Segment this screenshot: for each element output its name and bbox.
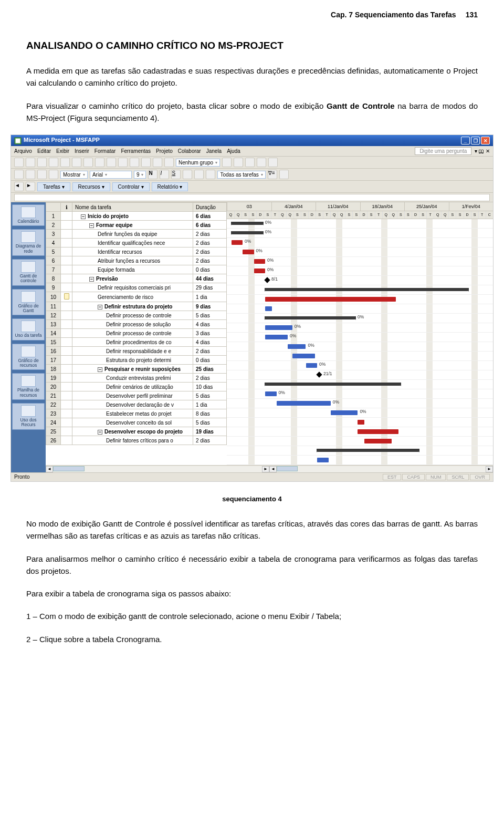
- back-icon[interactable]: ◄: [14, 182, 24, 191]
- row-duration[interactable]: 2 dias: [193, 374, 227, 383]
- table-row[interactable]: 13Definir processo de solução4 dias: [46, 320, 227, 329]
- info-icon[interactable]: [164, 158, 174, 167]
- row-name[interactable]: −Pesquisar e reunir suposições: [72, 365, 193, 374]
- row-id[interactable]: 23: [46, 409, 61, 418]
- row-name[interactable]: Identificar recursos: [72, 247, 193, 256]
- table-row[interactable]: 7Equipe formada0 dias: [46, 265, 227, 274]
- row-id[interactable]: 25: [46, 427, 61, 436]
- print-icon[interactable]: [49, 158, 58, 167]
- table-row[interactable]: 4Identificar qualificações nece2 dias: [46, 239, 227, 247]
- row-id[interactable]: 18: [46, 365, 61, 374]
- table-row[interactable]: 19Conduzir entrevistas prelimi2 dias: [46, 374, 227, 383]
- row-id[interactable]: 17: [46, 356, 61, 365]
- viewbar-gráfico-de-gantt[interactable]: Gráfico de Gantt: [12, 289, 45, 316]
- table-row[interactable]: 8−Previsão44 dias: [46, 274, 227, 283]
- row-duration[interactable]: 9 dias: [193, 302, 227, 311]
- row-name[interactable]: Identificar qualificações nece: [72, 239, 193, 247]
- toggle-icon[interactable]: −: [98, 305, 102, 309]
- toggle-icon[interactable]: −: [98, 367, 102, 372]
- row-id[interactable]: 8: [46, 274, 61, 283]
- guide-tab-recursos[interactable]: Recursos ▾: [72, 182, 110, 191]
- menu-ajuda[interactable]: Ajuda: [227, 148, 240, 154]
- toggle-icon[interactable]: −: [89, 223, 94, 228]
- table-row[interactable]: 14Definir processo de controle3 dias: [46, 329, 227, 338]
- align-left-icon[interactable]: [183, 170, 192, 179]
- viewbar-uso-dos-recurs[interactable]: Uso dos Recurs: [12, 403, 45, 430]
- cut-icon[interactable]: [83, 158, 93, 167]
- row-name[interactable]: Estrutura do projeto determi: [72, 356, 193, 365]
- menu-inserir[interactable]: Inserir: [75, 148, 89, 154]
- table-row[interactable]: 16Definir responsabilidade e e2 dias: [46, 347, 227, 356]
- row-name[interactable]: Definir requisitos comerciais pri: [72, 283, 193, 292]
- underline-icon[interactable]: S: [171, 170, 181, 179]
- row-id[interactable]: 1: [46, 212, 61, 221]
- row-duration[interactable]: 6 dias: [193, 221, 227, 230]
- row-duration[interactable]: 8 dias: [193, 409, 227, 418]
- row-id[interactable]: 5: [46, 247, 61, 256]
- row-name[interactable]: −Definir estrutura do projeto: [72, 302, 193, 311]
- menu-editar[interactable]: Editar: [37, 148, 51, 154]
- row-duration[interactable]: 0 dias: [193, 265, 227, 274]
- row-name[interactable]: Equipe formada: [72, 265, 193, 274]
- scroll-track-left[interactable]: [53, 466, 262, 472]
- table-row[interactable]: 15Definir procedimentos de co4 dias: [46, 338, 227, 347]
- row-id[interactable]: 2: [46, 221, 61, 230]
- viewbar-planilha-de-recursos[interactable]: Planilha de recursos: [12, 373, 45, 400]
- table-row[interactable]: 6Atribuir funções a recursos2 dias: [46, 256, 227, 265]
- horizontal-scrollbar[interactable]: ◄ ► ◄ ►: [46, 465, 493, 472]
- viewbar-diagrama-de-rede[interactable]: Diagrama de rede: [12, 229, 45, 256]
- row-duration[interactable]: 2 dias: [193, 256, 227, 265]
- row-duration[interactable]: 1 dia: [193, 400, 227, 409]
- scroll-left-icon-2[interactable]: ◄: [269, 466, 277, 472]
- table-row[interactable]: 23Estabelecer metas do projet8 dias: [46, 409, 227, 418]
- table-row[interactable]: 25−Desenvolver escopo do projeto19 dias: [46, 427, 227, 436]
- row-name[interactable]: Desenvolver conceito da sol: [72, 418, 193, 427]
- row-id[interactable]: 19: [46, 374, 61, 383]
- row-id[interactable]: 12: [46, 311, 61, 320]
- wizard-icon[interactable]: [257, 158, 266, 167]
- row-id[interactable]: 11: [46, 302, 61, 311]
- maximize-button[interactable]: ❐: [471, 137, 480, 145]
- row-name[interactable]: −Previsão: [72, 274, 193, 283]
- row-duration[interactable]: 5 dias: [193, 391, 227, 400]
- row-name[interactable]: Definir funções da equipe: [72, 230, 193, 239]
- split-icon[interactable]: [153, 158, 162, 167]
- row-id[interactable]: 24: [46, 418, 61, 427]
- row-duration[interactable]: 6 dias: [193, 212, 227, 221]
- row-duration[interactable]: 5 dias: [193, 311, 227, 320]
- menu-exibir[interactable]: Exibir: [56, 148, 69, 154]
- preview-icon[interactable]: [60, 158, 70, 167]
- row-duration[interactable]: 2 dias: [193, 230, 227, 239]
- bold-icon[interactable]: N: [148, 170, 158, 179]
- row-duration[interactable]: 4 dias: [193, 320, 227, 329]
- row-id[interactable]: 26: [46, 436, 61, 445]
- table-row[interactable]: 2−Formar equipe6 dias: [46, 221, 227, 230]
- paste-icon[interactable]: [107, 158, 116, 167]
- undo-icon[interactable]: [118, 158, 128, 167]
- row-id[interactable]: 15: [46, 338, 61, 347]
- table-row[interactable]: 22Desenvolver declaração de v1 dia: [46, 400, 227, 409]
- indent-icon[interactable]: [26, 170, 35, 179]
- row-id[interactable]: 20: [46, 383, 61, 391]
- menu-janela[interactable]: Janela: [206, 148, 222, 154]
- col-id[interactable]: [46, 203, 61, 212]
- guide-tab-tarefas[interactable]: Tarefas ▾: [37, 182, 70, 191]
- row-name[interactable]: Estabelecer metas do projet: [72, 409, 193, 418]
- ask-a-question-box[interactable]: Digite uma pergunta: [415, 147, 471, 155]
- row-duration[interactable]: 2 dias: [193, 247, 227, 256]
- row-id[interactable]: 3: [46, 230, 61, 239]
- row-duration[interactable]: 5 dias: [193, 418, 227, 427]
- col-name[interactable]: Nome da tarefa: [72, 203, 193, 212]
- viewbar-gantt-de-controle[interactable]: Gantt de controle: [12, 259, 45, 286]
- row-name[interactable]: Definir procedimentos de co: [72, 338, 193, 347]
- viewbar-uso-da-tarefa[interactable]: Uso da tarefa: [12, 318, 45, 340]
- table-row[interactable]: 18−Pesquisar e reunir suposições25 dias: [46, 365, 227, 374]
- guide-tab-controlar[interactable]: Controlar ▾: [112, 182, 150, 191]
- goto-icon[interactable]: [245, 158, 255, 167]
- row-id[interactable]: 10: [46, 292, 61, 302]
- row-id[interactable]: 4: [46, 239, 61, 247]
- table-row[interactable]: 11−Definir estrutura do projeto9 dias: [46, 302, 227, 311]
- row-duration[interactable]: 19 dias: [193, 427, 227, 436]
- save-icon[interactable]: [37, 158, 47, 167]
- row-duration[interactable]: 44 dias: [193, 274, 227, 283]
